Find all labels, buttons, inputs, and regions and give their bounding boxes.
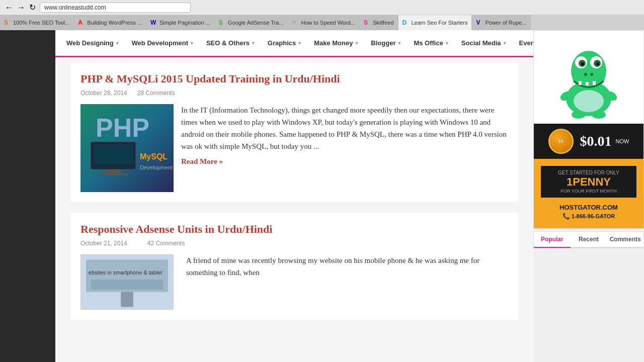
nav-seo-others[interactable]: SEO & Others ▼ — [200, 30, 262, 56]
svg-rect-22 — [586, 82, 589, 85]
post-item: Responsive Adsense Units in Urdu/Hindi O… — [70, 213, 518, 320]
phone-number: 📞 1-866-96-GATOR — [542, 213, 635, 220]
chevron-down-icon: ▼ — [445, 41, 449, 46]
tab-label: 100% Free SEO Tool... — [13, 20, 69, 26]
phone-text: 1-866-96-GATOR — [572, 213, 615, 219]
nav-label: Even More — [519, 39, 533, 47]
tab-skillfeed[interactable]: S Skillfeed — [360, 15, 398, 30]
svg-point-29 — [584, 73, 587, 76]
tab-favicon: S — [4, 19, 11, 26]
tab-speed[interactable]: H How to Speed Word... — [288, 15, 360, 30]
nav-ms-office[interactable]: Ms Office ▼ — [408, 30, 455, 56]
tab-label: Power of Rupe... — [485, 20, 526, 26]
hostgator-penny-section: GET STARTED FOR ONLY 1PENNY FOR YOUR FIR… — [534, 159, 643, 228]
nav-web-development[interactable]: Web Development ▼ — [126, 30, 200, 56]
penny-sublabel: FOR YOUR FIRST MONTH — [545, 189, 632, 194]
tab-label: Skillfeed — [373, 20, 394, 26]
post-thumbnail: PHP MySQL Development — [80, 104, 174, 192]
browser-tabs: S 100% Free SEO Tool... A Building WordP… — [0, 15, 644, 30]
browser-reload-icon[interactable]: ↻ — [29, 3, 36, 12]
svg-rect-3 — [93, 144, 133, 164]
tab-favicon-google: S — [219, 19, 226, 26]
tab-seo-starters[interactable]: D Learn Seo For Starters — [398, 15, 472, 30]
post-comments[interactable]: 28 Comments — [137, 89, 175, 97]
nav-label: Make Money — [314, 39, 353, 47]
right-sidebar: 1¢ $0.01 NOW GET STARTED FOR ONLY 1PENNY… — [533, 30, 644, 362]
sidebar-tabs-widget: Popular Recent Comments — [533, 231, 644, 248]
tab-favicon-v: V — [476, 19, 483, 26]
tab-adsense[interactable]: S Google AdSense Tra... — [215, 15, 288, 30]
post-title[interactable]: PHP & MySQLi 2015 Updated Training in Ur… — [80, 72, 508, 85]
svg-text:PHP: PHP — [96, 113, 149, 142]
browser-forward-icon[interactable]: → — [17, 3, 25, 12]
tab-recent[interactable]: Recent — [571, 232, 607, 248]
post-comments[interactable]: 42 Comments — [147, 240, 185, 247]
address-bar[interactable]: www.onlineastudd.com — [40, 3, 191, 13]
tab-label: Building WordPress ... — [87, 20, 142, 26]
svg-point-27 — [572, 111, 586, 119]
read-more-link[interactable]: Read More » — [181, 157, 508, 166]
penny-label: GET STARTED FOR ONLY — [545, 170, 632, 175]
svg-rect-23 — [593, 81, 596, 85]
hostgator-advertisement[interactable]: 1¢ $0.01 NOW GET STARTED FOR ONLY 1PENNY… — [533, 30, 644, 229]
chevron-down-icon: ▼ — [115, 41, 120, 46]
post-excerpt: A friend of mine was recently browsing m… — [186, 254, 508, 279]
tab-popular[interactable]: Popular — [534, 232, 571, 248]
tab-favicon-sf: S — [364, 19, 371, 26]
nav-blogger[interactable]: Blogger ▼ — [365, 30, 408, 56]
svg-rect-5 — [98, 173, 128, 175]
left-sidebar — [0, 30, 55, 362]
svg-point-20 — [596, 62, 599, 65]
tab-favicon-adobe: A — [78, 19, 85, 26]
post-item: PHP & MySQLi 2015 Updated Training in Ur… — [70, 62, 518, 203]
nav-web-designing[interactable]: Web Designing ▼ — [60, 30, 126, 56]
sidebar-tab-header: Popular Recent Comments — [534, 232, 643, 248]
svg-point-24 — [574, 90, 604, 112]
phone-icon: 📞 — [562, 213, 570, 220]
svg-text:ebsites in smartphone & tablet: ebsites in smartphone & tablet — [89, 269, 162, 276]
tab-comments[interactable]: Comments — [607, 232, 643, 248]
tab-pagination[interactable]: W Simple Pagination ... — [146, 15, 215, 30]
tab-seo-tool[interactable]: S 100% Free SEO Tool... — [0, 15, 74, 30]
page-wrapper: Web Designing ▼ Web Development ▼ SEO & … — [0, 30, 644, 362]
post-date: October 21, 2014 — [80, 240, 127, 247]
svg-rect-12 — [121, 292, 133, 307]
tab-favicon-w3: W — [150, 19, 157, 26]
post-title[interactable]: Responsive Adsense Units in Urdu/Hindi — [80, 223, 508, 236]
nav-label: Ms Office — [414, 39, 443, 47]
tab-label: Simple Pagination ... — [159, 20, 210, 26]
price-display: $0.01 — [580, 133, 612, 149]
browser-back-icon[interactable]: ← — [5, 3, 13, 12]
tab-label: Learn Seo For Starters — [412, 20, 468, 26]
post-date: October 28, 2014 — [80, 89, 127, 97]
nav-graphics[interactable]: Graphics ▼ — [262, 30, 308, 56]
post-body: A friend of mine was recently browsing m… — [181, 254, 508, 310]
nav-even-more[interactable]: Even More ▼ — [513, 30, 533, 56]
post-meta: October 21, 2014 42 Comments — [80, 240, 508, 247]
svg-text:MySQL: MySQL — [140, 152, 168, 161]
price-value: $0.01 — [580, 133, 612, 149]
tab-label: Google AdSense Tra... — [228, 20, 284, 26]
nav-social-media[interactable]: Social Media ▼ — [455, 30, 513, 56]
svg-rect-11 — [91, 280, 163, 290]
content-area: PHP & MySQLi 2015 Updated Training in Ur… — [55, 57, 533, 330]
main-content: Web Designing ▼ Web Development ▼ SEO & … — [55, 30, 533, 362]
browser-bar: ← → ↻ www.onlineastudd.com — [0, 0, 644, 15]
chevron-down-icon: ▼ — [297, 41, 302, 46]
post-body: In the IT (Information Technology), thin… — [181, 104, 508, 192]
nav-label: Social Media — [461, 39, 501, 47]
hostgator-url[interactable]: HOSTGATOR.COM 📞 1-866-96-GATOR — [540, 201, 637, 222]
chevron-down-icon: ▼ — [397, 41, 401, 46]
post-meta: October 28, 2014 28 Comments — [80, 89, 508, 97]
post-thumbnail: ebsites in smartphone & tablet — [80, 254, 174, 310]
chevron-down-icon: ▼ — [503, 41, 507, 46]
post-content: ebsites in smartphone & tablet A friend … — [80, 254, 508, 310]
tab-label: How to Speed Word... — [301, 20, 355, 26]
hostgator-price-section: 1¢ $0.01 NOW — [534, 124, 643, 159]
top-navigation: Web Designing ▼ Web Development ▼ SEO & … — [55, 30, 533, 57]
nav-make-money[interactable]: Make Money ▼ — [308, 30, 365, 56]
tab-wordpress[interactable]: A Building WordPress ... — [74, 15, 146, 30]
tab-power[interactable]: V Power of Rupe... — [472, 15, 531, 30]
svg-rect-4 — [106, 169, 121, 173]
url-text: HOSTGATOR.COM — [542, 204, 635, 211]
